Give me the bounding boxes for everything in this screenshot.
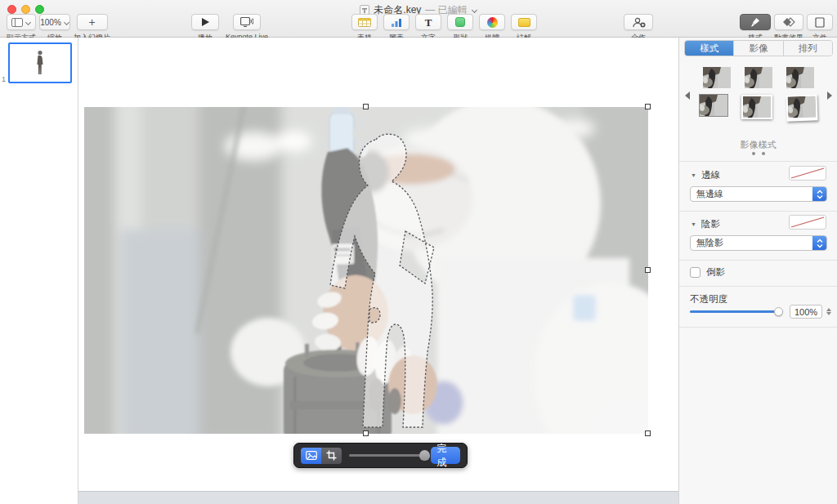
reflection-row: 倒影: [690, 266, 725, 279]
shadow-style-value: 無陰影: [691, 237, 812, 249]
collaborate-person-icon: [632, 17, 646, 28]
format-button[interactable]: [740, 14, 771, 30]
reflection-label: 倒影: [706, 266, 725, 279]
page-dot-1[interactable]: [752, 152, 755, 155]
format-inspector: 樣式 影像 排列 影像樣式 ▼ 邊線: [678, 38, 837, 504]
border-style-dropdown[interactable]: 無邊線: [690, 186, 827, 202]
chevron-down-icon: [25, 20, 31, 25]
opacity-slider-track: [690, 310, 783, 313]
done-button[interactable]: 完成: [431, 447, 460, 464]
insert-chart-button[interactable]: [383, 14, 410, 30]
shadow-preview-well[interactable]: [789, 215, 826, 230]
paintbrush-icon: [750, 17, 761, 28]
image-style-option-4[interactable]: [700, 95, 727, 116]
reflection-checkbox[interactable]: [690, 267, 700, 278]
zoom-value: 100%: [40, 18, 61, 27]
stepper-down-icon[interactable]: [826, 312, 831, 315]
opacity-slider[interactable]: [690, 307, 783, 316]
image-style-option-5[interactable]: [741, 95, 772, 119]
image-style-option-2[interactable]: [745, 67, 772, 88]
chevron-down-icon: [64, 20, 69, 25]
shape-icon: [455, 17, 465, 27]
opacity-label: 不透明度: [690, 293, 727, 306]
insert-table-button[interactable]: [351, 14, 378, 30]
crop-mode-button[interactable]: [321, 448, 342, 464]
toolbar: 未命名.key — 已編輯 顯示方式 100% 縮放: [0, 0, 837, 38]
slider-track: [349, 454, 423, 457]
selected-image[interactable]: [84, 107, 648, 434]
play-button[interactable]: [191, 14, 219, 30]
opacity-slider-knob[interactable]: [774, 307, 783, 316]
styles-page-left-arrow[interactable]: [685, 91, 690, 100]
selection-handle-right[interactable]: [645, 267, 651, 273]
table-icon: [358, 18, 371, 27]
play-icon: [202, 18, 209, 26]
insert-media-button[interactable]: [479, 14, 505, 30]
keynote-window: 未命名.key — 已編輯 顯示方式 100% 縮放: [0, 0, 837, 504]
insert-comment-button[interactable]: [511, 14, 537, 30]
title-chevron-down-icon[interactable]: [472, 7, 477, 13]
document-button[interactable]: [807, 14, 833, 30]
view-layout-icon: [11, 18, 23, 27]
disclosure-triangle-icon[interactable]: ▼: [691, 172, 696, 178]
add-slide-button[interactable]: +: [77, 14, 108, 30]
shadow-style-dropdown[interactable]: 無陰影: [690, 235, 827, 251]
image-styles-caption: 影像樣式: [679, 139, 837, 151]
selection-handle-top-right[interactable]: [645, 104, 651, 109]
slide-canvas[interactable]: 完成: [78, 38, 678, 504]
border-style-value: 無邊線: [691, 188, 812, 200]
slide-navigator: 1: [0, 38, 78, 504]
slide-thumbnail-1[interactable]: [8, 42, 72, 83]
insert-text-button[interactable]: T: [415, 14, 441, 30]
alpha-threshold-slider[interactable]: [349, 450, 423, 461]
image-style-option-3[interactable]: [786, 67, 814, 88]
animate-diamond-icon: [782, 17, 795, 27]
document-icon: [815, 17, 825, 28]
insert-shape-button[interactable]: [447, 14, 473, 30]
tab-arrange[interactable]: 排列: [784, 41, 832, 56]
image-style-option-6[interactable]: [786, 94, 817, 121]
stepper-up-icon[interactable]: [826, 308, 831, 311]
cleanroom-photo: [84, 107, 648, 434]
media-icon: [487, 17, 498, 28]
page-dot-2[interactable]: [762, 152, 765, 155]
inspector-tab-bar: 樣式 影像 排列: [684, 40, 833, 56]
border-section-title: 邊線: [701, 169, 720, 181]
slide-figure-preview: [34, 50, 46, 76]
shadow-section-header[interactable]: ▼ 陰影: [691, 218, 720, 230]
comment-icon: [518, 18, 530, 27]
crop-icon: [326, 450, 337, 461]
styles-page-right-arrow[interactable]: [827, 91, 832, 100]
text-icon: T: [425, 17, 432, 28]
tab-style[interactable]: 樣式: [685, 41, 734, 56]
slider-knob[interactable]: [419, 450, 430, 461]
chart-icon: [392, 18, 402, 27]
animate-button[interactable]: [774, 14, 803, 30]
image-style-picker: [679, 60, 837, 121]
selection-handle-bottom-right[interactable]: [645, 430, 651, 436]
no-border-preview-icon: [790, 167, 826, 180]
selection-handle-top[interactable]: [363, 104, 369, 109]
border-preview-well[interactable]: [789, 166, 826, 181]
plus-icon: +: [88, 16, 95, 29]
keynote-live-icon: [240, 17, 253, 27]
opacity-value-field[interactable]: 100%: [790, 305, 822, 319]
shadow-section-title: 陰影: [701, 218, 720, 230]
zoom-button[interactable]: 100%: [39, 14, 70, 30]
image-mode-button[interactable]: [301, 448, 321, 464]
disclosure-triangle-icon[interactable]: ▼: [691, 221, 696, 227]
no-shadow-preview-icon: [790, 216, 826, 229]
image-style-option-1[interactable]: [703, 67, 731, 88]
tab-image[interactable]: 影像: [734, 41, 783, 56]
border-section-header[interactable]: ▼ 邊線: [691, 169, 720, 181]
slide-number: 1: [2, 75, 6, 83]
dropdown-stepper-icon: [812, 236, 826, 250]
styles-pagination-dots[interactable]: [679, 152, 837, 155]
opacity-stepper[interactable]: [826, 308, 831, 315]
image-mask-toolbar: 完成: [293, 443, 468, 468]
keynote-live-button[interactable]: [233, 14, 261, 30]
image-icon: [306, 451, 317, 460]
collaborate-button[interactable]: [624, 14, 653, 30]
view-mode-button[interactable]: [7, 14, 36, 30]
selection-handle-bottom[interactable]: [363, 430, 369, 436]
